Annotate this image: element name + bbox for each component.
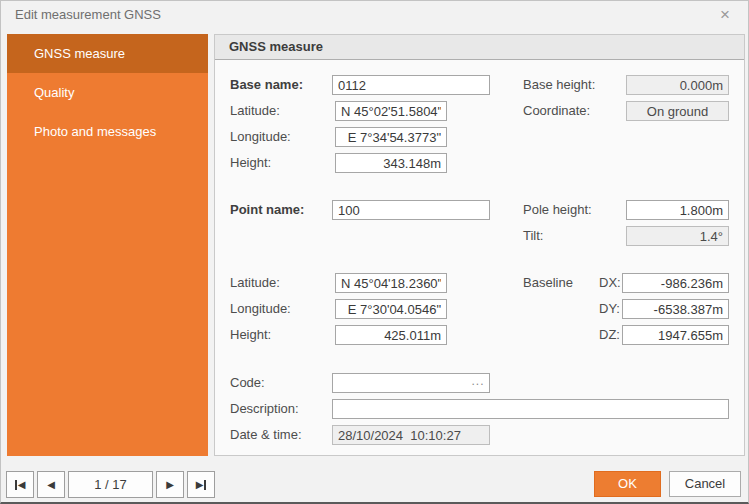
tilt-label: Tilt: [523,226,543,246]
coordinate-input [626,101,729,121]
code-label: Code: [230,373,265,393]
baseline-dz-label: DZ: [599,325,620,345]
coordinate-label: Coordinate: [523,101,590,121]
base-name-label: Base name: [230,75,303,95]
baseline-label: Baseline [523,273,573,293]
base-name-input[interactable] [332,75,490,95]
base-latitude-input[interactable] [335,101,447,121]
tilt-input [626,226,729,246]
next-record-icon: ▶ [166,480,174,490]
baseline-dy-label: DY: [599,299,620,319]
base-height-input [626,75,729,95]
point-latitude-input[interactable] [335,273,447,293]
base-height-ellipsoidal-label: Height: [230,153,271,173]
panel-title: GNSS measure [215,35,744,60]
point-height-label: Height: [230,325,271,345]
code-field-group: ... [332,373,490,393]
base-latitude-label: Latitude: [230,101,280,121]
cancel-button[interactable]: Cancel [669,471,741,497]
last-record-button[interactable]: ▶ [187,471,215,498]
sidebar: GNSS measure Quality Photo and messages [7,34,208,456]
sidebar-item-gnss-measure[interactable]: GNSS measure [7,34,208,73]
point-longitude-label: Longitude: [230,299,291,319]
base-longitude-label: Longitude: [230,127,291,147]
point-height-input[interactable] [335,325,447,345]
baseline-dx-input[interactable] [622,273,729,293]
gnss-measure-panel: GNSS measure Base name: Base height: Lat… [214,34,745,456]
baseline-dz-input[interactable] [622,325,729,345]
datetime-label: Date & time: [230,425,302,445]
last-record-icon [204,480,206,490]
previous-record-button[interactable]: ◀ [37,471,65,498]
datetime-input [332,425,490,445]
description-label: Description: [230,399,299,419]
description-input[interactable] [332,399,729,419]
pole-height-label: Pole height: [523,200,592,220]
base-longitude-input[interactable] [335,127,447,147]
first-record-button[interactable]: ◀ [6,471,34,498]
next-record-button[interactable]: ▶ [156,471,184,498]
edit-measurement-gnss-dialog: Edit measurement GNSS × GNSS measure Qua… [0,0,749,504]
ok-button[interactable]: OK [594,471,661,497]
base-height-ellipsoidal-input[interactable] [335,153,447,173]
close-icon[interactable]: × [714,4,736,26]
sidebar-item-photo-and-messages[interactable]: Photo and messages [7,112,208,151]
sidebar-item-quality[interactable]: Quality [7,73,208,112]
previous-record-icon: ◀ [47,480,55,490]
baseline-dy-input[interactable] [622,299,729,319]
pole-height-input[interactable] [626,200,729,220]
first-record-icon [15,480,17,490]
baseline-dx-label: DX: [599,273,621,293]
point-longitude-input[interactable] [335,299,447,319]
code-browse-button[interactable]: ... [468,375,488,391]
code-input[interactable] [332,373,490,393]
base-height-label: Base height: [523,75,595,95]
point-name-label: Point name: [230,200,304,220]
record-pager: ◀ ◀ 1 / 17 ▶ ▶ [6,471,215,498]
point-name-input[interactable] [332,200,490,220]
point-latitude-label: Latitude: [230,273,280,293]
record-position[interactable]: 1 / 17 [68,471,153,498]
dialog-title: Edit measurement GNSS [15,7,161,22]
